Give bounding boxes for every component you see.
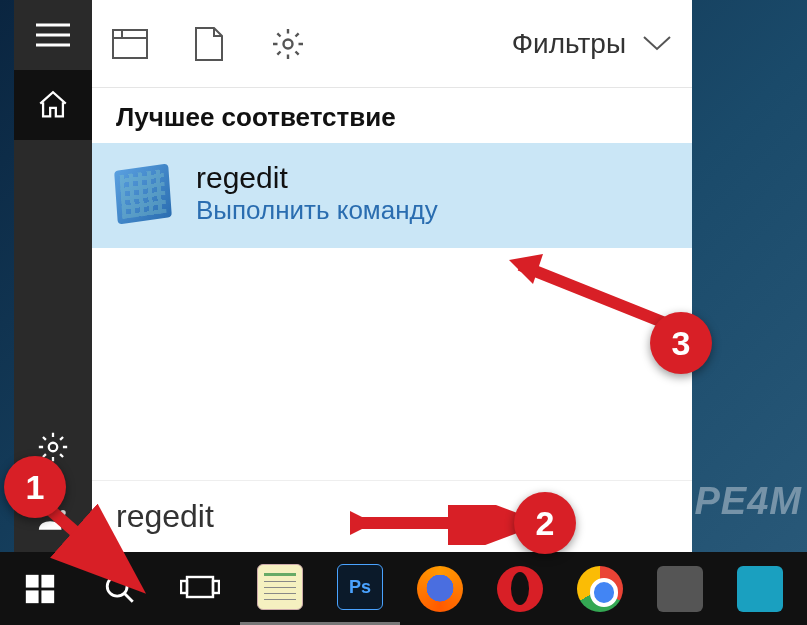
taskbar-app-notepad[interactable] (240, 552, 320, 625)
documents-tab-icon[interactable] (194, 26, 224, 62)
task-view-button[interactable] (160, 552, 240, 625)
taskbar-app-opera[interactable] (480, 552, 560, 625)
result-title: regedit (196, 161, 438, 195)
opera-icon (497, 566, 543, 612)
taskbar-app-6[interactable] (640, 552, 720, 625)
home-button[interactable] (14, 70, 92, 140)
svg-point-4 (284, 39, 293, 48)
filters-dropdown[interactable]: Фильтры (512, 28, 672, 60)
app-icon (737, 566, 783, 612)
taskbar-app-chrome[interactable] (560, 552, 640, 625)
svg-rect-12 (213, 581, 219, 593)
svg-rect-3 (113, 30, 147, 58)
annotation-arrow-2 (350, 505, 530, 545)
notepad-icon (257, 564, 303, 610)
svg-rect-10 (187, 577, 213, 597)
watermark: PE4M (695, 480, 802, 523)
annotation-badge-3: 3 (650, 312, 712, 374)
taskbar-app-firefox[interactable] (400, 552, 480, 625)
search-result-regedit[interactable]: regedit Выполнить команду (92, 143, 692, 248)
firefox-icon (417, 566, 463, 612)
result-subtitle: Выполнить команду (196, 195, 438, 226)
annotation-badge-2: 2 (514, 492, 576, 554)
taskbar-app-photoshop[interactable]: Ps (320, 552, 400, 625)
svg-point-0 (49, 443, 58, 452)
annotation-badge-1: 1 (4, 456, 66, 518)
photoshop-icon: Ps (337, 564, 383, 610)
regedit-icon (116, 167, 170, 221)
taskbar-app-7[interactable] (720, 552, 800, 625)
chrome-icon (577, 566, 623, 612)
filters-label: Фильтры (512, 28, 626, 60)
hamburger-menu-button[interactable] (14, 0, 92, 70)
svg-rect-11 (181, 581, 187, 593)
chevron-down-icon (642, 35, 672, 53)
apps-tab-icon[interactable] (112, 29, 148, 59)
search-tabs-bar: Фильтры (92, 0, 692, 88)
settings-tab-icon[interactable] (270, 26, 306, 62)
app-icon (657, 566, 703, 612)
best-match-header: Лучшее соответствие (92, 88, 692, 143)
